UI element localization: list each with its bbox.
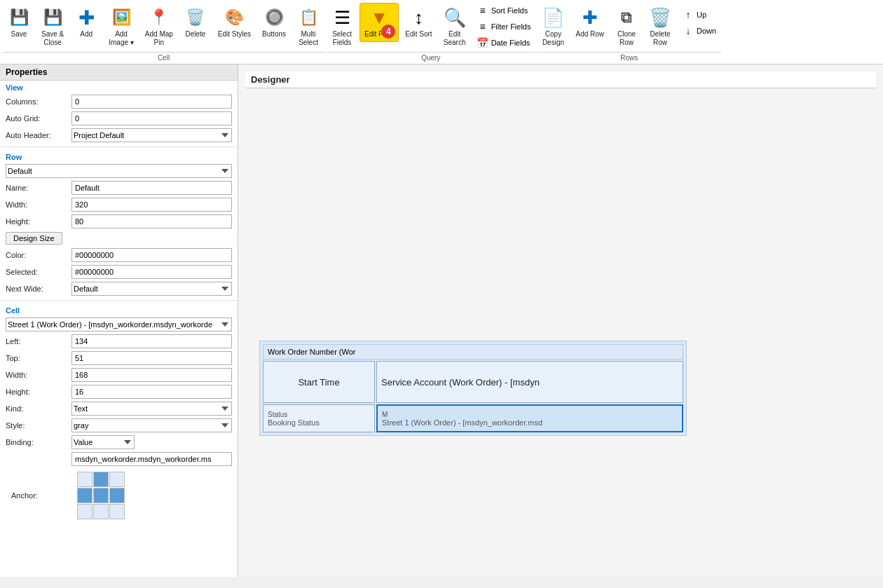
- top-input[interactable]: [71, 351, 232, 365]
- ribbon-group-query: ☰ SelectFields ▼ Edit Filter 4 ↕ Edit So…: [326, 3, 535, 64]
- copy-design-button[interactable]: 📄 CopyDesign: [537, 3, 569, 50]
- row-section-label: Row: [0, 150, 238, 163]
- sort-fields-button[interactable]: ≡ Sort Fields: [472, 3, 536, 18]
- add-map-pin-button[interactable]: 📍 Add MapPin: [140, 3, 178, 50]
- left-input[interactable]: [71, 334, 232, 348]
- edit-styles-button[interactable]: 🎨 Edit Styles: [213, 3, 256, 42]
- multi-select-button[interactable]: 📋 MultiSelect: [292, 3, 324, 50]
- buttons-button[interactable]: 🔘 Buttons: [257, 3, 291, 42]
- select-fields-button[interactable]: ☰ SelectFields: [326, 3, 358, 50]
- status-cell[interactable]: Status Booking Status: [263, 404, 375, 432]
- edit-styles-icon: 🎨: [223, 6, 245, 29]
- style-label: Style:: [6, 421, 69, 430]
- design-row-cells: Start Time Service Account (Work Order) …: [263, 361, 683, 403]
- width-row: Width:: [0, 196, 238, 213]
- properties-title: Properties: [0, 64, 238, 81]
- delete-icon: 🗑️: [184, 6, 207, 29]
- anchor-blank5: [125, 504, 141, 519]
- anchor-blank4: [142, 488, 157, 503]
- add-image-icon: 🖼️: [110, 6, 132, 29]
- selected-input[interactable]: [71, 265, 232, 279]
- edit-sort-button[interactable]: ↕ Edit Sort: [400, 3, 437, 42]
- left-label: Left:: [6, 337, 69, 346]
- binding-label: Binding:: [6, 438, 69, 446]
- anchor-grid: [77, 472, 157, 519]
- save-close-icon: 💾: [41, 6, 64, 29]
- width-label: Width:: [6, 200, 69, 209]
- binding-input-row: [0, 451, 238, 467]
- cell-width-input[interactable]: [71, 368, 232, 382]
- clone-row-button[interactable]: ⧉ CloneRow: [610, 3, 643, 50]
- auto-grid-label: Auto Grid:: [6, 114, 69, 123]
- add-row-icon: ✚: [579, 6, 601, 29]
- auto-grid-input[interactable]: [71, 111, 232, 125]
- design-card: Work Order Number (Wor Start Time Servic…: [259, 341, 687, 436]
- work-order-title: Work Order Number (Wor: [268, 348, 356, 356]
- anchor-blank3: [125, 488, 141, 503]
- name-label: Name:: [6, 184, 69, 192]
- anchor-mm[interactable]: [93, 488, 109, 503]
- ribbon: 💾 Save 💾 Save &Close ✚ Add 🖼️ AddImage ▾…: [0, 0, 883, 64]
- add-row-button[interactable]: ✚ Add Row: [570, 3, 609, 42]
- height-input[interactable]: [71, 214, 232, 228]
- cell-dropdown[interactable]: Street 1 (Work Order) - [msdyn_workorder…: [6, 317, 232, 331]
- save-close-button[interactable]: 💾 Save &Close: [36, 3, 69, 50]
- anchor-bm[interactable]: [93, 504, 109, 519]
- start-time-cell[interactable]: Start Time: [263, 361, 375, 403]
- up-button[interactable]: ↑ Up: [678, 7, 721, 22]
- add-image-button[interactable]: 🖼️ AddImage ▾: [104, 3, 139, 50]
- anchor-tm[interactable]: [93, 472, 109, 487]
- street-cell[interactable]: M Street 1 (Work Order) - [msdyn_workord…: [376, 404, 683, 432]
- save-button[interactable]: 💾 Save: [3, 3, 35, 42]
- rows-small-group: ↑ Up ↓ Down: [678, 3, 721, 39]
- width-input[interactable]: [71, 198, 232, 212]
- kind-label: Kind:: [6, 404, 69, 413]
- kind-select[interactable]: Text: [71, 402, 232, 416]
- delete-button[interactable]: 🗑️ Delete: [179, 3, 212, 42]
- cell-height-input[interactable]: [71, 385, 232, 399]
- anchor-label: Anchor:: [11, 491, 74, 500]
- delete-row-button[interactable]: 🗑️ DeleteRow: [644, 3, 676, 50]
- designer-canvas: Work Order Number (Wor Start Time Servic…: [245, 88, 876, 450]
- anchor-mr[interactable]: [109, 488, 125, 503]
- date-fields-button[interactable]: 📅 Date Fields: [472, 35, 536, 50]
- add-map-pin-icon: 📍: [148, 6, 170, 29]
- binding-select[interactable]: Value: [71, 435, 135, 449]
- edit-search-button[interactable]: 🔍 EditSearch: [439, 3, 471, 50]
- anchor-br[interactable]: [109, 504, 125, 519]
- filter-fields-button[interactable]: ≡ Filter Fields: [472, 19, 536, 34]
- auto-header-label: Auto Header:: [6, 131, 69, 139]
- anchor-ml[interactable]: [77, 488, 93, 503]
- kind-row: Kind: Text: [0, 400, 238, 417]
- ribbon-toolbar: 💾 Save 💾 Save &Close ✚ Add 🖼️ AddImage ▾…: [0, 0, 883, 64]
- auto-header-select[interactable]: Project Default: [71, 128, 232, 142]
- design-size-button[interactable]: Design Size: [6, 232, 62, 245]
- next-wide-select[interactable]: Default: [71, 282, 232, 296]
- color-label: Color:: [6, 251, 69, 259]
- select-fields-icon: ☰: [331, 6, 353, 29]
- style-select[interactable]: gray: [71, 418, 232, 432]
- ribbon-group-cell: 💾 Save 💾 Save &Close ✚ Add 🖼️ AddImage ▾…: [3, 3, 324, 64]
- edit-filter-button[interactable]: ▼ Edit Filter 4: [360, 3, 399, 42]
- anchor-row: Anchor:: [0, 467, 238, 524]
- color-input[interactable]: [71, 248, 232, 262]
- name-row: Name:: [0, 179, 238, 196]
- anchor-bl[interactable]: [77, 504, 93, 519]
- street-top: M: [382, 411, 678, 418]
- service-account-label: Service Account (Work Order) - [msdyn: [381, 377, 540, 388]
- rows-group-label: Rows: [537, 52, 721, 64]
- query-small-group: ≡ Sort Fields ≡ Filter Fields 📅 Date Fie…: [472, 3, 536, 50]
- service-account-cell[interactable]: Service Account (Work Order) - [msdyn: [376, 361, 683, 403]
- down-button[interactable]: ↓ Down: [678, 23, 721, 39]
- binding-row: Binding: Value: [0, 434, 238, 451]
- binding-input[interactable]: [71, 452, 232, 466]
- anchor-blank6: [142, 504, 157, 519]
- add-button[interactable]: ✚ Add: [70, 3, 102, 42]
- height-label: Height:: [6, 217, 69, 226]
- row-dropdown[interactable]: Default: [6, 164, 232, 178]
- edit-search-icon: 🔍: [444, 6, 466, 29]
- name-input[interactable]: [71, 181, 232, 195]
- anchor-tl[interactable]: [77, 472, 93, 487]
- columns-input[interactable]: [71, 95, 232, 109]
- anchor-tr[interactable]: [109, 472, 125, 487]
